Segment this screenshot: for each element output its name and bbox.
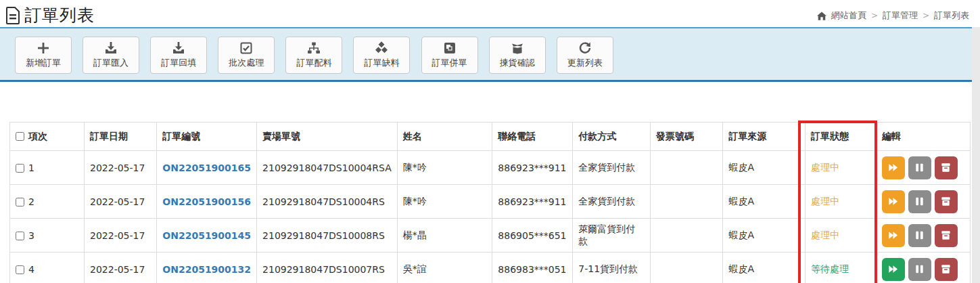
cell-phone: 886983***051 xyxy=(492,253,573,283)
cell-source: 蝦皮A xyxy=(723,185,805,219)
cell-order-no: ON22051900156 xyxy=(157,185,257,219)
fast-forward-button[interactable] xyxy=(882,156,905,179)
pause-icon xyxy=(914,162,925,173)
cell-status: 等待處理 xyxy=(805,253,876,283)
fast-forward-button[interactable] xyxy=(882,258,905,281)
order-ingredients-button[interactable]: 訂單配料 xyxy=(285,37,342,74)
archive-box-icon xyxy=(940,263,952,275)
order-row: 1 2022-05-17 ON22051900165 21092918047DS… xyxy=(10,151,971,185)
page-title: 訂單列表 xyxy=(24,4,95,26)
column-header-phone: 聯絡電話 xyxy=(492,123,573,151)
cell-status: 處理中 xyxy=(805,151,876,185)
picking-box-icon xyxy=(510,41,525,55)
archive-button[interactable] xyxy=(935,190,958,213)
checked-box-icon xyxy=(239,41,254,55)
cell-source: 蝦皮A xyxy=(723,253,805,283)
cell-index: 1 xyxy=(10,151,85,185)
cell-order-date: 2022-05-17 xyxy=(85,253,157,283)
select-all-checkbox[interactable] xyxy=(16,132,24,141)
column-header-source: 訂單來源 xyxy=(723,123,805,151)
fast-forward-button[interactable] xyxy=(882,190,905,213)
fast-forward-button[interactable] xyxy=(882,224,905,247)
refresh-icon xyxy=(578,41,592,55)
row-checkbox[interactable] xyxy=(16,265,24,274)
cell-phone: 886923***911 xyxy=(492,185,573,219)
cubes-icon xyxy=(374,41,389,55)
cell-payment: 萊爾富貨到付款 xyxy=(573,219,650,253)
pause-button[interactable] xyxy=(908,156,931,179)
column-header-status: 訂單狀態 xyxy=(805,123,876,151)
breadcrumb-home[interactable]: 網站首頁 xyxy=(831,9,866,22)
fast-forward-icon xyxy=(887,263,899,275)
column-header-payment: 付款方式 xyxy=(573,123,650,151)
order-number-link[interactable]: ON22051900145 xyxy=(162,230,251,241)
cell-marketplace-no: 21092918047DS10004RSA xyxy=(257,151,398,185)
row-checkbox[interactable] xyxy=(16,164,24,173)
document-icon xyxy=(5,7,20,24)
cell-payment: 7-11貨到付款 xyxy=(573,253,650,283)
cell-invoice xyxy=(650,219,723,253)
cell-source: 蝦皮A xyxy=(723,151,805,185)
column-header-edit: 編輯 xyxy=(876,123,970,151)
archive-button[interactable] xyxy=(935,258,958,281)
order-import-button[interactable]: 訂單匯入 xyxy=(83,37,139,74)
breadcrumb-separator: > xyxy=(871,11,878,20)
cell-order-no: ON22051900145 xyxy=(157,219,257,253)
cell-edit xyxy=(876,219,970,253)
orders-table: 項次 訂單日期 訂單編號 賣場單號 姓名 聯絡電話 付款方式 發票號碼 訂單來源… xyxy=(9,122,971,283)
pause-icon xyxy=(914,196,925,207)
add-order-button[interactable]: 新增訂單 xyxy=(15,37,72,74)
pause-button[interactable] xyxy=(908,190,931,213)
cell-name: 楊*晶 xyxy=(397,219,492,253)
cell-payment: 全家貨到付款 xyxy=(573,185,650,219)
row-checkbox[interactable] xyxy=(16,198,24,206)
breadcrumb-order-management[interactable]: 訂單管理 xyxy=(883,9,918,22)
archive-box-icon xyxy=(940,196,952,207)
order-merge-button[interactable]: 訂單併單 xyxy=(421,37,478,74)
cell-marketplace-no: 21092918047DS10008RS xyxy=(257,219,398,253)
batch-process-button[interactable]: 批次處理 xyxy=(218,37,275,74)
page-header: 訂單列表 網站首頁 > 訂單管理 > 訂單列表 xyxy=(0,0,980,27)
order-number-link[interactable]: ON22051900156 xyxy=(162,196,251,207)
cell-invoice xyxy=(650,185,723,219)
fast-forward-icon xyxy=(887,162,899,173)
pause-button[interactable] xyxy=(908,258,931,281)
row-checkbox[interactable] xyxy=(16,232,24,240)
backfill-tray-icon xyxy=(171,41,186,55)
page-title-wrap: 訂單列表 xyxy=(5,4,95,26)
fast-forward-icon xyxy=(887,230,899,241)
breadcrumb-current: 訂單列表 xyxy=(934,9,969,22)
cell-name: 陳*吟 xyxy=(397,151,492,185)
pause-icon xyxy=(914,263,925,275)
cell-order-date: 2022-05-17 xyxy=(85,219,157,253)
order-number-link[interactable]: ON22051900132 xyxy=(162,264,251,275)
cell-invoice xyxy=(650,151,723,185)
column-header-marketplace-no: 賣場單號 xyxy=(257,123,398,151)
archive-button[interactable] xyxy=(935,156,958,179)
cell-order-date: 2022-05-17 xyxy=(85,151,157,185)
pause-icon xyxy=(914,230,925,241)
cell-phone: 886923***911 xyxy=(492,151,573,185)
cell-index: 3 xyxy=(10,219,85,253)
order-row: 4 2022-05-17 ON22051900132 21092918047DS… xyxy=(10,253,971,283)
cell-order-date: 2022-05-17 xyxy=(85,185,157,219)
import-tray-icon xyxy=(103,41,118,55)
order-number-link[interactable]: ON22051900165 xyxy=(162,162,251,173)
cell-edit xyxy=(876,253,970,283)
order-shortage-button[interactable]: 訂單缺料 xyxy=(353,37,410,74)
picking-confirm-button[interactable]: 揀貨確認 xyxy=(489,37,546,74)
order-backfill-button[interactable]: 訂單回填 xyxy=(150,37,207,74)
archive-box-icon xyxy=(940,162,952,173)
cell-status: 處理中 xyxy=(805,185,876,219)
cell-marketplace-no: 21092918047DS10004RS xyxy=(257,185,398,219)
column-header-index: 項次 xyxy=(10,123,85,151)
cell-order-no: ON22051900132 xyxy=(157,253,257,283)
refresh-list-button[interactable]: 更新列表 xyxy=(557,37,613,74)
archive-button[interactable] xyxy=(935,224,958,247)
cell-phone: 886905***651 xyxy=(492,219,573,253)
cell-invoice xyxy=(650,253,723,283)
pause-button[interactable] xyxy=(908,224,931,247)
right-gutter xyxy=(972,27,980,283)
column-header-invoice: 發票號碼 xyxy=(650,123,723,151)
order-row: 3 2022-05-17 ON22051900145 21092918047DS… xyxy=(10,219,971,253)
